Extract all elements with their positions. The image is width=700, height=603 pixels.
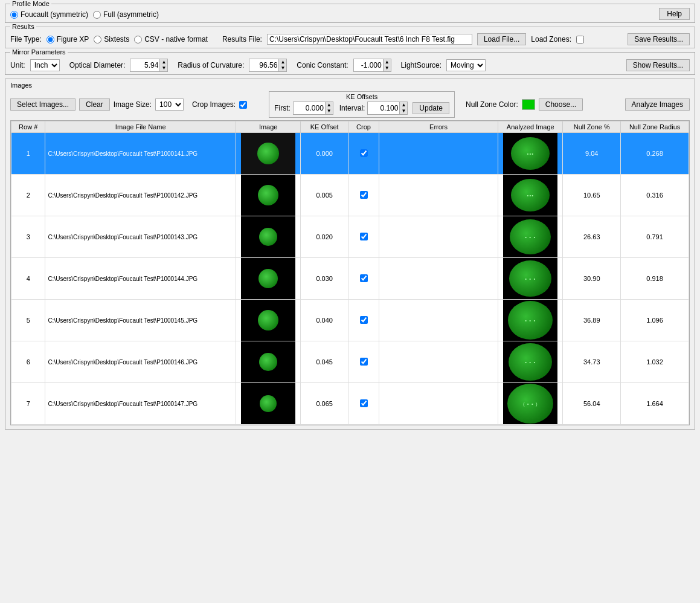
conic-input[interactable]: [354, 60, 383, 70]
cell-null-zone-radius: 0.918: [621, 258, 689, 300]
crop-checkbox[interactable]: [360, 274, 368, 282]
crop-checkbox[interactable]: [360, 191, 368, 199]
unit-label: Unit:: [10, 61, 25, 69]
cell-errors: [379, 341, 498, 383]
optical-diameter-input[interactable]: [130, 60, 159, 70]
save-results-button[interactable]: Save Results...: [628, 33, 690, 45]
conic-label: Conic Constant:: [297, 61, 348, 69]
images-toolbar: Select Images... Clear Image Size: 100 7…: [10, 91, 690, 118]
table-row[interactable]: 1 C:\Users\Crispyn\Desktop\Foucault Test…: [11, 133, 689, 175]
col-header-analyzed: Analyzed Image: [498, 121, 563, 133]
cell-crop[interactable]: [348, 258, 379, 300]
cell-errors: [379, 383, 498, 425]
figure-xp-group: Figure XP: [47, 35, 89, 44]
table-row[interactable]: 7 C:\Users\Crispyn\Desktop\Foucault Test…: [11, 383, 689, 425]
first-down[interactable]: ▼: [325, 108, 333, 114]
crop-images-checkbox[interactable]: [239, 101, 247, 109]
ke-offsets-group: KE Offsets First: ▲ ▼ Interval:: [269, 91, 455, 118]
images-section: Images Select Images... Clear Image Size…: [5, 79, 695, 430]
crop-checkbox[interactable]: [360, 233, 368, 240]
mirror-params-label: Mirror Parameters: [10, 48, 68, 56]
cell-crop[interactable]: [348, 175, 379, 216]
profile-mode-label: Profile Mode: [10, 0, 51, 7]
image-size-label: Image Size:: [114, 100, 152, 109]
interval-up[interactable]: ▲: [399, 102, 407, 108]
col-header-ke: KE Offset: [301, 121, 348, 133]
load-zones-checkbox[interactable]: [576, 36, 584, 44]
cell-null-zone-radius: 1.096: [621, 300, 689, 341]
full-radio-group: Full (asymmetric): [93, 10, 159, 19]
conic-spinner: ▲ ▼: [353, 59, 391, 72]
cell-image: [236, 341, 301, 383]
crop-checkbox[interactable]: [360, 399, 368, 407]
image-size-select[interactable]: 100 75 50: [155, 98, 184, 111]
cell-analyzed: • • •: [498, 341, 563, 383]
select-images-button[interactable]: Select Images...: [10, 98, 75, 111]
show-results-button[interactable]: Show Results...: [626, 59, 690, 71]
cell-crop[interactable]: [348, 300, 379, 341]
cell-row-num: 5: [11, 300, 45, 341]
cell-row-num: 4: [11, 258, 45, 300]
null-zone-color-swatch: [522, 99, 535, 110]
figure-xp-radio[interactable]: [47, 36, 54, 44]
cell-null-zone-pct: 9.04: [563, 133, 621, 175]
first-input[interactable]: [294, 103, 325, 113]
cell-image: [236, 383, 301, 425]
crop-checkbox[interactable]: [360, 149, 368, 157]
cell-row-num: 3: [11, 216, 45, 258]
col-header-image: Image: [236, 121, 301, 133]
unit-select[interactable]: Inch mm: [30, 59, 60, 71]
first-up[interactable]: ▲: [325, 102, 333, 108]
cell-filename: C:\Users\Crispyn\Desktop\Foucault Test\P…: [45, 175, 236, 216]
update-button[interactable]: Update: [413, 102, 449, 114]
cell-crop[interactable]: [348, 216, 379, 258]
conic-down[interactable]: ▼: [383, 65, 391, 71]
table-row[interactable]: 2 C:\Users\Crispyn\Desktop\Foucault Test…: [11, 175, 689, 216]
interval-down[interactable]: ▼: [399, 108, 407, 114]
radius-up[interactable]: ▲: [278, 59, 286, 65]
table-row[interactable]: 5 C:\Users\Crispyn\Desktop\Foucault Test…: [11, 300, 689, 341]
first-spinner: ▲ ▼: [293, 102, 333, 115]
col-header-row: Row #: [11, 121, 45, 133]
foucault-radio[interactable]: [10, 11, 18, 19]
cell-crop[interactable]: [348, 133, 379, 175]
table-row[interactable]: 6 C:\Users\Crispyn\Desktop\Foucault Test…: [11, 341, 689, 383]
interval-input[interactable]: [368, 103, 399, 113]
light-source-select[interactable]: Moving Fixed: [446, 59, 486, 71]
sixtests-radio[interactable]: [94, 36, 101, 44]
crop-checkbox[interactable]: [360, 316, 368, 324]
conic-up[interactable]: ▲: [383, 59, 391, 65]
csv-radio[interactable]: [134, 36, 142, 44]
choose-button[interactable]: Choose...: [539, 98, 583, 111]
cell-crop[interactable]: [348, 341, 379, 383]
cell-ke-offset: 0.040: [301, 300, 348, 341]
col-header-nzrad: Null Zone Radius: [621, 121, 689, 133]
optical-diameter-down[interactable]: ▼: [159, 65, 167, 71]
cell-errors: [379, 300, 498, 341]
table-row[interactable]: 3 C:\Users\Crispyn\Desktop\Foucault Test…: [11, 216, 689, 258]
radius-label: Radius of Curvature:: [178, 61, 244, 69]
analyze-images-button[interactable]: Analyze Images: [625, 98, 690, 111]
cell-null-zone-pct: 36.89: [563, 300, 621, 341]
cell-crop[interactable]: [348, 383, 379, 425]
col-header-crop: Crop: [348, 121, 379, 133]
crop-checkbox[interactable]: [360, 358, 368, 366]
cell-filename: C:\Users\Crispyn\Desktop\Foucault Test\P…: [45, 383, 236, 425]
radius-down[interactable]: ▼: [278, 65, 286, 71]
full-radio[interactable]: [93, 11, 101, 19]
help-button[interactable]: Help: [659, 8, 690, 20]
cell-analyzed: • • •: [498, 216, 563, 258]
csv-label: CSV - native format: [144, 35, 208, 44]
results-section: Results File Type: Figure XP Sixtests CS…: [5, 27, 695, 48]
optical-diameter-spinner: ▲ ▼: [130, 59, 168, 72]
cell-image: [236, 133, 301, 175]
clear-button[interactable]: Clear: [79, 98, 110, 111]
cell-row-num: 6: [11, 341, 45, 383]
cell-errors: [379, 258, 498, 300]
results-file-input[interactable]: [267, 34, 472, 45]
radius-input[interactable]: [249, 60, 278, 70]
optical-diameter-up[interactable]: ▲: [159, 59, 167, 65]
load-file-button[interactable]: Load File...: [477, 33, 526, 45]
cell-image: [236, 300, 301, 341]
table-row[interactable]: 4 C:\Users\Crispyn\Desktop\Foucault Test…: [11, 258, 689, 300]
